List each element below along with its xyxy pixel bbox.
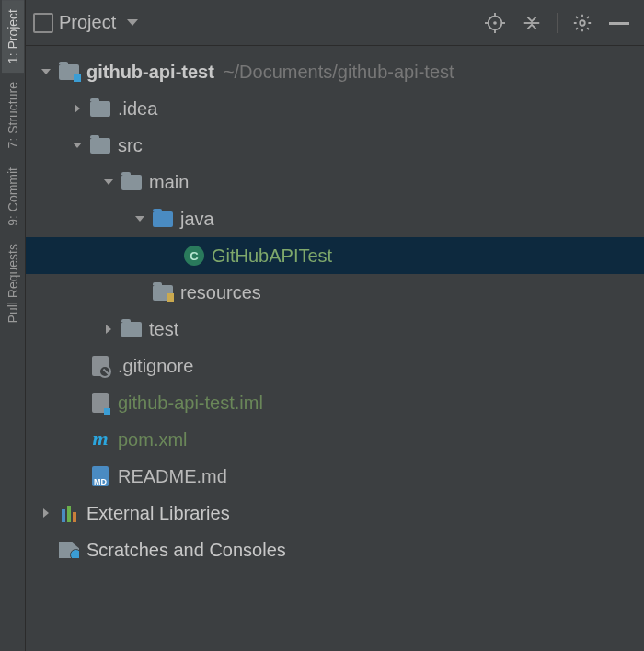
- node-label: GitHubAPITest: [212, 246, 332, 267]
- node-label: test: [149, 319, 178, 340]
- side-tab-structure[interactable]: 7: Structure: [2, 73, 24, 157]
- svg-point-7: [580, 20, 585, 26]
- resources-folder-icon: [151, 285, 175, 301]
- tree-node-resources[interactable]: resources: [26, 274, 644, 311]
- tree-node-gitignore[interactable]: .gitignore: [26, 348, 644, 384]
- project-tree: github-api-test ~/Documents/github-api-t…: [26, 46, 644, 651]
- source-folder-icon: [151, 211, 175, 227]
- module-folder-icon: [57, 64, 81, 80]
- settings-button[interactable]: [570, 11, 594, 35]
- side-tab-project[interactable]: 1: Project: [2, 0, 24, 73]
- node-label: .gitignore: [118, 356, 193, 377]
- node-path: ~/Documents/github-api-test: [224, 62, 454, 83]
- svg-rect-8: [609, 22, 629, 25]
- maven-file-icon: m: [88, 430, 112, 449]
- tree-node-external-libraries[interactable]: External Libraries: [26, 495, 644, 531]
- chevron-down-icon[interactable]: [66, 143, 88, 148]
- chevron-right-icon[interactable]: [35, 508, 57, 518]
- node-label: Scratches and Consoles: [86, 540, 286, 561]
- folder-icon: [120, 175, 144, 190]
- tree-node-iml[interactable]: github-api-test.iml: [26, 384, 644, 421]
- locate-button[interactable]: [483, 11, 507, 35]
- toolbar: Project: [26, 0, 644, 46]
- side-tab-pull-requests[interactable]: Pull Requests: [2, 234, 24, 332]
- node-label: pom.xml: [118, 429, 188, 451]
- node-label: github-api-test.iml: [118, 393, 263, 414]
- chevron-down-icon[interactable]: [129, 216, 151, 222]
- separator: [557, 13, 558, 33]
- node-label: README.md: [118, 466, 227, 487]
- libraries-icon: [57, 504, 81, 522]
- tree-node-root[interactable]: github-api-test ~/Documents/github-api-t…: [26, 53, 644, 90]
- toolbar-title: Project: [59, 12, 116, 33]
- folder-icon: [88, 138, 112, 154]
- node-label: resources: [180, 282, 261, 303]
- node-label: .idea: [118, 98, 157, 120]
- node-label: github-api-test: [86, 62, 214, 83]
- tree-node-pom[interactable]: m pom.xml: [26, 421, 644, 458]
- collapse-all-button[interactable]: [520, 11, 544, 35]
- chevron-down-icon[interactable]: [98, 179, 120, 185]
- folder-icon: [120, 322, 144, 337]
- node-label: src: [118, 135, 143, 156]
- project-view-icon: [33, 13, 53, 33]
- java-class-icon: C: [182, 246, 206, 266]
- chevron-right-icon[interactable]: [66, 104, 88, 113]
- chevron-down-icon: [127, 19, 138, 26]
- tree-node-readme[interactable]: MD README.md: [26, 458, 644, 495]
- gitignore-file-icon: [88, 356, 112, 376]
- node-label: External Libraries: [86, 503, 230, 524]
- iml-file-icon: [88, 393, 112, 413]
- tree-node-idea[interactable]: .idea: [26, 90, 644, 127]
- markdown-file-icon: MD: [88, 466, 112, 486]
- chevron-down-icon[interactable]: [35, 69, 57, 74]
- tree-node-test[interactable]: test: [26, 311, 644, 348]
- side-tab-commit[interactable]: 9: Commit: [2, 158, 24, 235]
- scratches-icon: [57, 542, 81, 558]
- chevron-right-icon[interactable]: [98, 325, 120, 334]
- node-label: java: [180, 209, 214, 230]
- node-label: main: [149, 172, 189, 193]
- minimize-button[interactable]: [607, 11, 631, 35]
- view-selector[interactable]: Project: [33, 12, 138, 33]
- tree-node-scratches[interactable]: Scratches and Consoles: [26, 531, 644, 568]
- tree-node-class-selected[interactable]: C GitHubAPITest: [26, 237, 644, 274]
- tree-node-java[interactable]: java: [26, 200, 644, 237]
- folder-icon: [88, 101, 112, 117]
- tree-node-src[interactable]: src: [26, 127, 644, 164]
- tree-node-main[interactable]: main: [26, 164, 644, 200]
- project-tool-window: Project github-api-test ~/Documen: [26, 0, 644, 651]
- side-tab-bar: 1: Project 7: Structure 9: Commit Pull R…: [0, 0, 26, 651]
- svg-point-1: [493, 21, 497, 25]
